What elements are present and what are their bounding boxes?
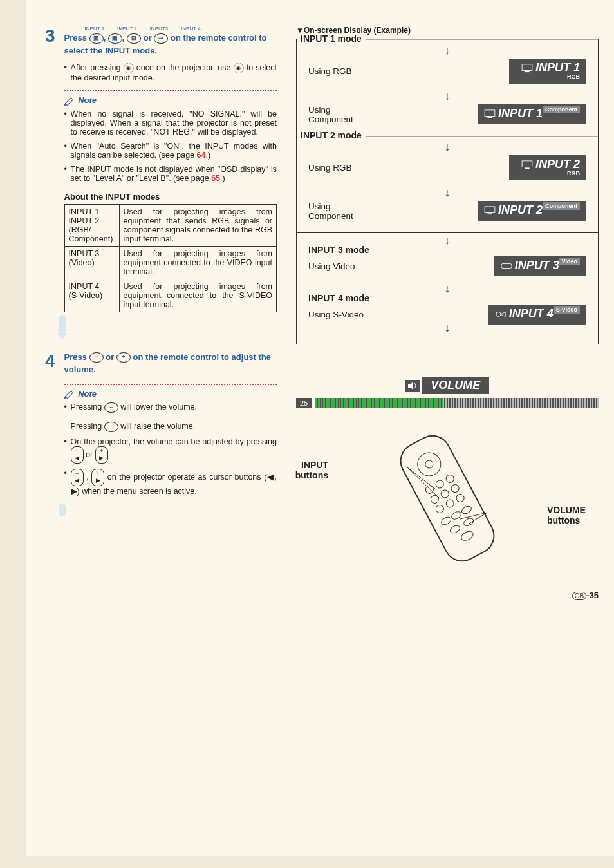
using-rgb-label: Using RGB bbox=[308, 66, 352, 76]
volume-osd: VOLUME 25 bbox=[296, 377, 599, 408]
note-pen-icon bbox=[64, 390, 76, 399]
step-3-number: 3 bbox=[45, 26, 55, 312]
flow-arrow-icon: ↓ bbox=[308, 93, 586, 99]
flow-stem bbox=[59, 504, 66, 516]
step3-notes: When no signal is received, "NO SIGNAL."… bbox=[64, 109, 277, 183]
input1-label: INPUT 1 bbox=[85, 26, 105, 32]
table-cell-val: Used for projecting images from equipmen… bbox=[119, 246, 276, 279]
step3-after-bullet: After pressing ◉ once on the projector, … bbox=[64, 63, 277, 82]
input1-button-icon: ▣ bbox=[89, 33, 104, 44]
table-row: INPUT 3 (Video) Used for projecting imag… bbox=[64, 246, 276, 279]
svg-rect-2 bbox=[485, 110, 495, 117]
vol-down-button-icon: − bbox=[89, 352, 104, 363]
table-cell-val: Used for projecting images from equipmen… bbox=[119, 204, 276, 246]
projector-vol-up-icon: +▶ bbox=[91, 469, 104, 486]
svg-rect-1 bbox=[525, 71, 529, 73]
step-4-number: 4 bbox=[45, 351, 55, 502]
note-pen-icon bbox=[64, 97, 76, 106]
step-3-heading: Press ▣, ▣, ⊟ or ⊸ on the remote control… bbox=[64, 32, 277, 57]
svg-rect-3 bbox=[487, 117, 492, 118]
using-component-label: Using Component bbox=[308, 105, 353, 124]
osd-badge-input2-component: INPUT 2 Component bbox=[478, 201, 586, 221]
input1-mode-title: INPUT 1 mode bbox=[297, 33, 366, 44]
table-row: INPUT 4 (S-Video) Used for projecting im… bbox=[64, 279, 276, 312]
svg-rect-6 bbox=[485, 207, 495, 213]
video-icon bbox=[501, 261, 512, 270]
osd-box: INPUT 1 mode ↓ Using RGB INPUT 1 RGB ↓ U… bbox=[296, 39, 599, 344]
note-header: Note bbox=[64, 384, 277, 399]
osd-badge-input2-rgb: INPUT 2 RGB bbox=[509, 155, 586, 180]
step-4-heading: Press − or + on the remote control to ad… bbox=[64, 351, 277, 376]
input4-button-icon: ⊸ bbox=[154, 33, 168, 44]
flow-arrow-icon: ↓ bbox=[308, 47, 586, 53]
input-buttons-callout: INPUT buttons bbox=[277, 460, 328, 480]
note-item: On the projector, the volume can be adju… bbox=[64, 437, 277, 464]
input2-mode-title: INPUT 2 mode bbox=[297, 130, 366, 140]
projector-vol-up-icon: +▶ bbox=[95, 446, 108, 464]
page-number: GB-35 bbox=[45, 590, 599, 600]
flow-arrow bbox=[59, 315, 66, 334]
projector-input-button-icon-2: ◉ bbox=[234, 63, 244, 73]
monitor-icon bbox=[521, 64, 533, 73]
flow-arrow-icon: ↓ bbox=[308, 144, 586, 150]
flow-arrow-icon: ↓ bbox=[308, 237, 586, 243]
monitor-icon bbox=[484, 109, 496, 118]
svg-point-9 bbox=[496, 312, 500, 317]
svideo-icon bbox=[495, 310, 507, 319]
projector-vol-down-icon: −◀ bbox=[71, 469, 84, 486]
input2-label: INPUT 2 bbox=[117, 26, 137, 32]
step4-notes: Pressing − will lower the volume. Pressi… bbox=[64, 402, 277, 496]
flow-arrow-icon: ↓ bbox=[308, 325, 586, 331]
using-svideo-label: Using S-Video bbox=[308, 310, 364, 319]
using-component-label: Using Component bbox=[308, 202, 353, 221]
remote-control-icon bbox=[377, 428, 518, 569]
step-4: 4 Press − or + on the remote control to … bbox=[45, 351, 277, 502]
input3-label: INPUT3 bbox=[150, 26, 168, 32]
note-item: −◀ , +▶ on the projector operate as curs… bbox=[64, 469, 277, 496]
svg-rect-4 bbox=[522, 161, 532, 167]
remote-illustration: INPUT buttons VOLUME buttons bbox=[296, 428, 599, 571]
monitor-icon bbox=[521, 160, 533, 169]
svg-rect-0 bbox=[522, 64, 532, 71]
input2-button-icon: ▣ bbox=[108, 33, 122, 44]
left-column: 3 INPUT 1 INPUT 2 INPUT3 INPUT 4 Press ▣… bbox=[45, 26, 277, 571]
input3-button-icon: ⊟ bbox=[127, 33, 141, 44]
svg-rect-5 bbox=[525, 168, 529, 169]
input-modes-table-title: About the INPUT modes bbox=[64, 192, 277, 202]
vol-up-button-icon: + bbox=[104, 422, 118, 432]
volume-bar bbox=[315, 398, 599, 408]
table-cell-val: Used for projecting images from equipmen… bbox=[119, 279, 276, 312]
note-header: Note bbox=[64, 90, 277, 106]
monitor-icon bbox=[484, 206, 496, 215]
note-item: Pressing − will lower the volume. Pressi… bbox=[64, 402, 277, 432]
osd-badge-input4-svideo: INPUT 4 S-Video bbox=[488, 305, 586, 325]
table-row: INPUT 1 INPUT 2 (RGB/ Component) Used fo… bbox=[64, 204, 276, 246]
gb-badge: GB bbox=[572, 592, 586, 600]
table-cell-key: INPUT 3 (Video) bbox=[64, 246, 119, 279]
svg-rect-11 bbox=[395, 429, 501, 567]
projector-input-button-icon: ◉ bbox=[124, 63, 134, 73]
svg-rect-8 bbox=[501, 264, 512, 269]
projector-vol-down-icon: −◀ bbox=[71, 446, 84, 464]
input4-label: INPUT 4 bbox=[181, 26, 201, 32]
vol-down-button-icon: − bbox=[104, 402, 118, 413]
flow-arrow-icon: ↓ bbox=[308, 189, 586, 196]
osd-badge-input1-component: INPUT 1 Component bbox=[478, 104, 586, 124]
using-video-label: Using Video bbox=[308, 261, 355, 271]
svg-rect-7 bbox=[487, 214, 492, 215]
volume-label-badge: VOLUME bbox=[422, 377, 489, 394]
speaker-icon bbox=[405, 380, 420, 392]
osd-badge-input3-video: INPUT 3 Video bbox=[494, 256, 586, 276]
vol-up-button-icon: + bbox=[116, 352, 131, 363]
volume-value: 25 bbox=[296, 398, 312, 408]
page-link-64: 64 bbox=[197, 151, 206, 160]
volume-buttons-callout: VOLUME buttons bbox=[547, 505, 605, 525]
manual-page: Basic Operation 3 INPUT 1 INPUT 2 INPUT3… bbox=[26, 0, 614, 856]
flow-arrow-icon: ↓ bbox=[308, 285, 586, 292]
right-column: ▼On-screen Display (Example) INPUT 1 mod… bbox=[296, 26, 599, 571]
osd-badge-input1-rgb: INPUT 1 RGB bbox=[509, 59, 586, 84]
input-modes-table: INPUT 1 INPUT 2 (RGB/ Component) Used fo… bbox=[64, 204, 277, 312]
table-cell-key: INPUT 4 (S-Video) bbox=[64, 279, 119, 312]
page-link-65: 65 bbox=[211, 174, 220, 183]
step-3: 3 INPUT 1 INPUT 2 INPUT3 INPUT 4 Press ▣… bbox=[45, 26, 277, 312]
